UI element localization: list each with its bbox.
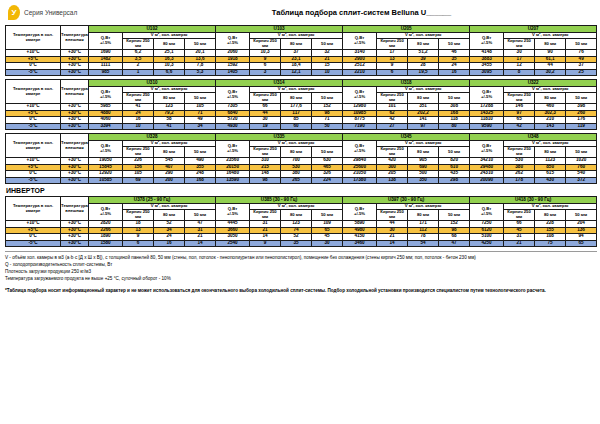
selection-table: Температура в хол. камереТемпература вне… — [5, 25, 597, 76]
volume-value: 34 — [185, 123, 216, 130]
capacity-column-header: Q,Вт +/-5% — [216, 204, 250, 221]
wall-type-header: Кирпич 250 мм — [504, 39, 535, 50]
model-header: U205 — [343, 26, 470, 33]
volume-value: 143 — [535, 123, 566, 130]
model-header: U318 — [343, 80, 470, 87]
model-header: U328 — [89, 134, 216, 141]
temp-chamber-column-header: Температура в хол. камере — [6, 80, 61, 104]
volume-value: 80 — [439, 123, 470, 130]
footnote-line-3: Плотность загрузки продукции 250 кг/м3 — [5, 269, 595, 276]
wall-type-header: 80 мм — [281, 147, 312, 158]
wall-type-header: 50 мм — [439, 210, 470, 221]
wall-type-header: 80 мм — [535, 93, 566, 104]
wall-type-header: 80 мм — [408, 93, 439, 104]
temp-chamber-column-header: Температура в хол. камере — [6, 197, 61, 221]
page-title: Таблица подбора сплит-систем Belluna U__… — [135, 8, 588, 17]
volume-value: 8 — [504, 69, 535, 76]
selection-table: Температура в хол. камереТемпература вне… — [5, 196, 597, 247]
outdoor-temp-value: +30°С — [61, 177, 89, 184]
model-header: U335 — [216, 134, 343, 141]
capacity-column-header: Q,Вт +/-5% — [343, 141, 377, 158]
volume-value: 3 — [250, 69, 281, 76]
capacity-value: 985 — [89, 69, 123, 76]
wall-type-header: 50 мм — [312, 210, 343, 221]
footnote-line-4: Температура загружаемого продукта не выш… — [5, 276, 595, 283]
volume-value: 30,2 — [535, 69, 566, 76]
wall-type-header: Кирпич 250 мм — [377, 210, 408, 221]
capacity-value: 3460 — [343, 240, 377, 247]
wall-type-header: 80 мм — [408, 210, 439, 221]
wall-type-header: 80 мм — [281, 210, 312, 221]
volume-value: 98 — [250, 177, 281, 184]
capacity-value: 1580 — [89, 240, 123, 247]
wall-type-header: 50 мм — [185, 39, 216, 50]
wall-type-header: 50 мм — [312, 93, 343, 104]
selection-table-section-3: Температура в хол. камереТемпература вне… — [5, 133, 596, 184]
model-header: U348 — [470, 134, 597, 141]
wall-type-header: 80 мм — [408, 147, 439, 158]
wall-type-header: 80 мм — [535, 147, 566, 158]
wall-type-header: 80 мм — [154, 39, 185, 50]
wall-type-header: 50 мм — [439, 93, 470, 104]
wall-type-header: 50 мм — [312, 147, 343, 158]
volume-value: 47 — [439, 240, 470, 247]
wall-type-header: Кирпич 250 мм — [123, 210, 154, 221]
document-page: У Серия Универсал Таблица подбора сплит-… — [0, 0, 600, 294]
temp-chamber-column-header: Температура в хол. камере — [6, 134, 61, 158]
wall-type-header: Кирпич 250 мм — [250, 210, 281, 221]
capacity-column-header: Q,Вт +/-5% — [470, 204, 504, 221]
capacity-column-header: Q,Вт +/-5% — [89, 33, 123, 50]
wall-type-header: 50 мм — [566, 93, 597, 104]
volume-value: 168 — [185, 177, 216, 184]
wall-type-header: 80 мм — [535, 210, 566, 221]
volume-value: 25 — [566, 69, 597, 76]
brand-logo-icon: У — [8, 5, 20, 20]
volume-value: 372 — [566, 177, 597, 184]
capacity-column-header: Q,Вт +/-5% — [470, 87, 504, 104]
volume-value: 65 — [566, 240, 597, 247]
capacity-value: 10585 — [89, 177, 123, 184]
chamber-temp-value: -5°С — [6, 123, 61, 130]
wall-type-header: 50 мм — [566, 210, 597, 221]
volume-value: 69 — [123, 177, 154, 184]
wall-type-header: Кирпич 250 мм — [504, 93, 535, 104]
volume-value: 12,1 — [281, 69, 312, 76]
temp-outdoor-column-header: Температура внешняя — [61, 197, 89, 221]
outdoor-temp-value: +30°С — [61, 69, 89, 76]
volume-value: 19,5 — [408, 69, 439, 76]
capacity-value: 20090 — [470, 177, 504, 184]
wall-type-header: Кирпич 250 мм — [377, 39, 408, 50]
wall-type-header: 80 мм — [154, 93, 185, 104]
volume-value: 178 — [504, 177, 535, 184]
footnote-line-1: V - объём хол. камеры в м3 (a·b·c [Д х Ш… — [5, 255, 595, 262]
wall-type-header: 80 мм — [154, 147, 185, 158]
volume-value: 200 — [154, 177, 185, 184]
capacity-value: 7190 — [343, 123, 377, 130]
inverter-heading: ИНВЕРТОР — [6, 187, 596, 194]
wall-type-header: 50 мм — [566, 39, 597, 50]
wall-type-header: 50 мм — [312, 39, 343, 50]
capacity-value: 2210 — [343, 69, 377, 76]
volume-value: 350 — [408, 177, 439, 184]
temp-chamber-column-header: Температура в хол. камере — [6, 26, 61, 50]
volume-value: 16 — [154, 240, 185, 247]
capacity-value: 3394 — [89, 123, 123, 130]
volume-value: 30 — [312, 240, 343, 247]
wall-type-header: Кирпич 250 мм — [123, 93, 154, 104]
capacity-value: 3095 — [470, 69, 504, 76]
volume-value: 138 — [377, 177, 408, 184]
model-header: U207 — [470, 26, 597, 33]
model-header: U322 — [470, 80, 597, 87]
outdoor-temp-value: +30°С — [61, 240, 89, 247]
wall-type-header: 50 мм — [439, 39, 470, 50]
volume-value: 42 — [504, 123, 535, 130]
chamber-temp-value: -5°С — [6, 69, 61, 76]
wall-type-header: 80 мм — [408, 39, 439, 50]
capacity-column-header: Q,Вт +/-5% — [470, 141, 504, 158]
volume-value: 119 — [566, 123, 597, 130]
capacity-value: 1405 — [216, 69, 250, 76]
temp-outdoor-column-header: Температура внешняя — [61, 26, 89, 50]
volume-value: 27 — [377, 123, 408, 130]
wall-type-header: 50 мм — [566, 147, 597, 158]
selection-table: Температура в хол. камереТемпература вне… — [5, 79, 597, 130]
